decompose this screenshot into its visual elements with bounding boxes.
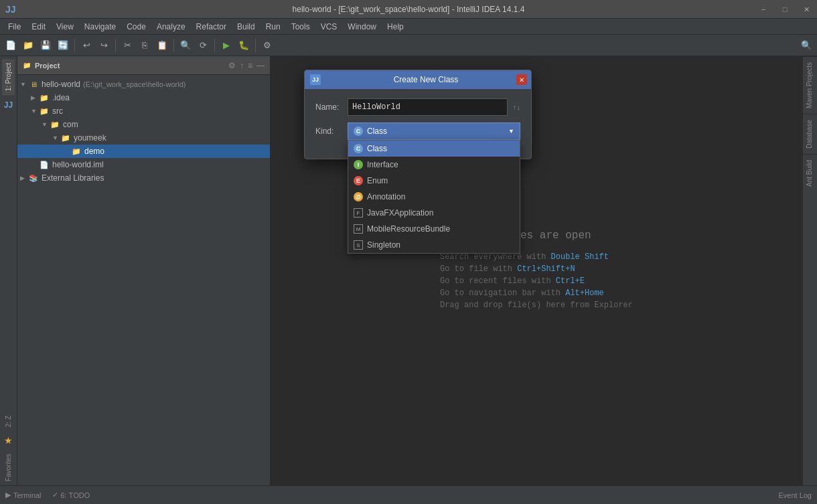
project-sync-icon[interactable]: ↑ xyxy=(240,61,244,70)
toolbar-replace-btn[interactable]: ⟳ xyxy=(195,37,211,54)
toolbar-settings-btn[interactable]: ⚙ xyxy=(259,37,275,54)
toolbar-open-btn[interactable]: 📁 xyxy=(20,37,36,54)
dropdown-item-annotation[interactable]: @ Annotation xyxy=(348,189,520,205)
toolbar-search-btn[interactable]: 🔍 xyxy=(798,37,814,54)
hint-goto-file: Go to file with Ctrl+Shift+N xyxy=(440,264,633,274)
close-btn[interactable]: ✕ xyxy=(796,0,817,19)
tree-item-ext-libs[interactable]: ▶ 📚 External Libraries xyxy=(17,171,270,185)
kind-dropdown: C Class I Interface E Enum xyxy=(348,140,520,254)
src-folder-icon: 📁 xyxy=(39,106,50,116)
dialog-name-input[interactable] xyxy=(348,98,508,116)
menu-navigate[interactable]: Navigate xyxy=(79,21,121,33)
create-class-dialog: JJ Create New Class ✕ Name: ↑↓ Kind: C xyxy=(304,70,532,159)
project-more-icon[interactable]: ≡ xyxy=(248,61,252,70)
iml-file-icon: 📄 xyxy=(39,159,50,170)
toolbar-undo-btn[interactable]: ↩ xyxy=(78,37,94,54)
todo-btn[interactable]: ✓ 6: TODO xyxy=(52,491,90,499)
project-settings-icon[interactable]: ⚙ xyxy=(228,61,236,70)
menu-file[interactable]: File xyxy=(3,21,26,33)
tree-item-com[interactable]: ▼ 📁 com xyxy=(17,118,270,131)
toolbar-save-btn[interactable]: 💾 xyxy=(38,37,54,54)
menu-analyze[interactable]: Analyze xyxy=(151,21,191,33)
menu-code[interactable]: Code xyxy=(121,21,151,33)
terminal-label: Terminal xyxy=(13,491,42,499)
tree-idea-label: .idea xyxy=(52,93,70,102)
right-tab-maven[interactable]: Maven Projects xyxy=(803,56,817,114)
kind-select-button[interactable]: C Class ▼ xyxy=(348,122,520,140)
arrow-icon: ▼ xyxy=(31,108,39,114)
toolbar-redo-btn[interactable]: ↪ xyxy=(96,37,112,54)
tree-item-src[interactable]: ▼ 📁 src xyxy=(17,104,270,118)
tree-iml-label: hello-world.iml xyxy=(52,160,104,169)
toolbar-copy-btn[interactable]: ⎘ xyxy=(137,37,153,54)
dropdown-singleton-label: Singleton xyxy=(367,240,400,250)
menu-tools[interactable]: Tools xyxy=(286,21,315,33)
dialog-titlebar: JJ Create New Class ✕ xyxy=(305,70,531,89)
terminal-btn[interactable]: ▶ Terminal xyxy=(5,491,42,499)
project-close-icon[interactable]: — xyxy=(256,61,265,70)
tree-item-youmeek[interactable]: ▼ 📁 youmeek xyxy=(17,131,270,145)
menu-help[interactable]: Help xyxy=(382,21,409,33)
left-tab-project[interactable]: 1: Project xyxy=(2,59,15,95)
hint-nav: Go to navigation bar with Alt+Home xyxy=(440,288,633,298)
dropdown-item-singleton[interactable]: S Singleton xyxy=(348,237,520,253)
dropdown-annotation-label: Annotation xyxy=(367,192,405,201)
dropdown-item-interface[interactable]: I Interface xyxy=(348,157,520,173)
project-header-title: Project xyxy=(35,62,60,70)
tree-item-iml[interactable]: 📄 hello-world.iml xyxy=(17,158,270,171)
toolbar-cut-btn[interactable]: ✂ xyxy=(119,37,135,54)
project-panel: 📁 Project ⚙ ↑ ≡ — ▼ 🖥 hello-world (E:\gi… xyxy=(17,56,271,485)
left-tab-idea[interactable]: JJ xyxy=(1,98,15,112)
todo-icon: ✓ xyxy=(52,491,58,499)
tree-item-idea[interactable]: ▶ 📁 .idea xyxy=(17,91,270,104)
right-tab-database[interactable]: Database xyxy=(803,114,817,154)
dropdown-item-javafx[interactable]: F JavaFXApplication xyxy=(348,205,520,221)
project-header-icon: 📁 xyxy=(23,62,31,69)
idea-folder-icon: 📁 xyxy=(39,92,50,103)
arrow-icon: ▶ xyxy=(20,175,28,181)
menu-build[interactable]: Build xyxy=(232,21,261,33)
toolbar: 📄 📁 💾 🔄 ↩ ↪ ✂ ⎘ 📋 🔍 ⟳ ▶ 🐛 ⚙ 🔍 xyxy=(0,35,817,56)
dialog-name-label: Name: xyxy=(315,102,342,112)
menu-view[interactable]: View xyxy=(51,21,79,33)
dropdown-javafx-label: JavaFXApplication xyxy=(367,208,433,218)
menu-vcs[interactable]: VCS xyxy=(315,21,343,33)
toolbar-debug-btn[interactable]: 🐛 xyxy=(236,37,252,54)
com-folder-icon: 📁 xyxy=(50,119,60,130)
project-panel-header: 📁 Project ⚙ ↑ ≡ — xyxy=(17,56,270,75)
restore-btn[interactable]: □ xyxy=(774,0,796,19)
mobile-icon: M xyxy=(354,224,363,234)
toolbar-refresh-btn[interactable]: 🔄 xyxy=(55,37,71,54)
dropdown-item-class[interactable]: C Class xyxy=(348,141,520,157)
left-tab-z[interactable]: 2: Z xyxy=(2,412,15,431)
dropdown-class-label: Class xyxy=(367,144,387,153)
dropdown-item-enum[interactable]: E Enum xyxy=(348,173,520,189)
tree-item-demo[interactable]: 📁 demo xyxy=(17,145,270,158)
tree-item-root[interactable]: ▼ 🖥 hello-world (E:\git_work_space\hello… xyxy=(17,78,270,91)
main-layout: 1: Project JJ 2: Z ★ Favorites 📁 Project… xyxy=(0,56,817,485)
interface-icon: I xyxy=(354,160,363,169)
toolbar-find-btn[interactable]: 🔍 xyxy=(177,37,194,54)
tree-youmeek-label: youmeek xyxy=(74,133,106,143)
toolbar-sep-3 xyxy=(173,39,174,52)
toolbar-sep-4 xyxy=(214,39,215,52)
left-tab-favorites[interactable]: ★ xyxy=(1,432,15,448)
menu-refactor[interactable]: Refactor xyxy=(191,21,232,33)
menu-run[interactable]: Run xyxy=(261,21,286,33)
hint-drag: Drag and drop file(s) here from Explorer xyxy=(440,301,633,310)
menu-window[interactable]: Window xyxy=(342,21,382,33)
right-tab-ant[interactable]: Ant Build xyxy=(803,154,817,192)
dialog-logo: JJ xyxy=(310,74,321,85)
left-tab-favorites-label[interactable]: Favorites xyxy=(2,450,15,485)
dialog-name-row: Name: ↑↓ xyxy=(315,98,520,116)
dropdown-item-mobile[interactable]: M MobileResourceBundle xyxy=(348,221,520,237)
toolbar-paste-btn[interactable]: 📋 xyxy=(154,37,170,54)
event-log-btn[interactable]: Event Log xyxy=(778,491,812,499)
minimize-btn[interactable]: − xyxy=(753,0,774,19)
tree-root-path: (E:\git_work_space\hello-world) xyxy=(83,80,185,88)
toolbar-run-btn[interactable]: ▶ xyxy=(218,37,234,54)
menu-edit[interactable]: Edit xyxy=(26,21,51,33)
root-folder-icon: 🖥 xyxy=(28,79,39,90)
toolbar-new-btn[interactable]: 📄 xyxy=(3,37,19,54)
dialog-close-btn[interactable]: ✕ xyxy=(516,74,527,85)
